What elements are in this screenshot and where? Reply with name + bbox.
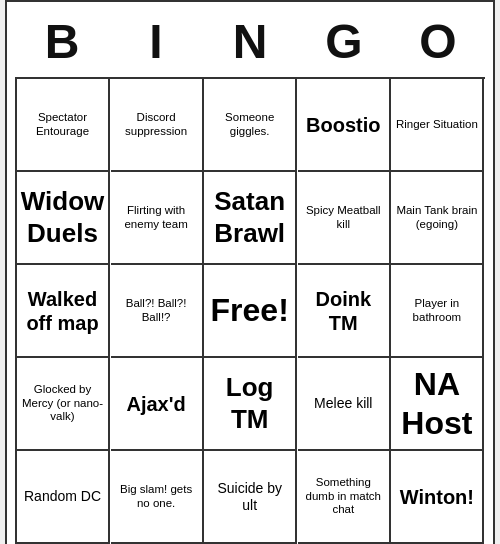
cell-text-1: Discord suppression — [115, 111, 198, 139]
cell-text-10: Walked off map — [21, 287, 104, 335]
bingo-cell-1[interactable]: Discord suppression — [111, 79, 204, 172]
bingo-cell-18[interactable]: Melee kill — [298, 358, 391, 451]
bingo-cell-2[interactable]: Someone giggles. — [204, 79, 297, 172]
bingo-card: BINGO Spectator EntourageDiscord suppres… — [5, 0, 495, 544]
bingo-cell-14[interactable]: Player in bathroom — [391, 265, 484, 358]
bingo-cell-21[interactable]: Big slam! gets no one. — [111, 451, 204, 544]
bingo-cell-9[interactable]: Main Tank brain (egoing) — [391, 172, 484, 265]
cell-text-2: Someone giggles. — [208, 111, 291, 139]
cell-text-14: Player in bathroom — [395, 297, 478, 325]
cell-text-20: Random DC — [24, 488, 101, 505]
bingo-cell-12[interactable]: Free! — [204, 265, 297, 358]
cell-text-9: Main Tank brain (egoing) — [395, 204, 478, 232]
cell-text-4: Ringer Situation — [396, 118, 478, 132]
cell-text-11: Ball?! Ball?! Ball!? — [115, 297, 198, 325]
cell-text-24: Winton! — [400, 485, 474, 509]
bingo-letter-i: I — [112, 14, 200, 69]
bingo-cell-0[interactable]: Spectator Entourage — [17, 79, 110, 172]
bingo-cell-17[interactable]: Log TM — [204, 358, 297, 451]
bingo-letter-n: N — [206, 14, 294, 69]
bingo-cell-20[interactable]: Random DC — [17, 451, 110, 544]
cell-text-0: Spectator Entourage — [21, 111, 104, 139]
cell-text-18: Melee kill — [314, 395, 372, 412]
bingo-cell-4[interactable]: Ringer Situation — [391, 79, 484, 172]
cell-text-15: Glocked by Mercy (or nano-valk) — [21, 383, 104, 424]
cell-text-22: Suicide by ult — [208, 480, 291, 514]
bingo-cell-23[interactable]: Something dumb in match chat — [298, 451, 391, 544]
bingo-grid: Spectator EntourageDiscord suppressionSo… — [15, 77, 485, 544]
cell-text-16: Ajax'd — [126, 392, 185, 416]
bingo-cell-5[interactable]: Widow Duels — [17, 172, 110, 265]
bingo-cell-15[interactable]: Glocked by Mercy (or nano-valk) — [17, 358, 110, 451]
bingo-cell-3[interactable]: Boostio — [298, 79, 391, 172]
bingo-cell-10[interactable]: Walked off map — [17, 265, 110, 358]
cell-text-12: Free! — [211, 291, 289, 329]
cell-text-13: Doink TM — [302, 287, 385, 335]
bingo-letter-b: B — [18, 14, 106, 69]
cell-text-6: Flirting with enemy team — [115, 204, 198, 232]
bingo-cell-7[interactable]: Satan Brawl — [204, 172, 297, 265]
bingo-letter-o: O — [394, 14, 482, 69]
cell-text-5: Widow Duels — [21, 186, 105, 248]
bingo-title: BINGO — [15, 10, 485, 77]
cell-text-7: Satan Brawl — [208, 186, 291, 248]
bingo-cell-8[interactable]: Spicy Meatball kill — [298, 172, 391, 265]
bingo-cell-11[interactable]: Ball?! Ball?! Ball!? — [111, 265, 204, 358]
bingo-cell-24[interactable]: Winton! — [391, 451, 484, 544]
cell-text-19: NA Host — [395, 365, 478, 442]
cell-text-21: Big slam! gets no one. — [115, 483, 198, 511]
bingo-cell-16[interactable]: Ajax'd — [111, 358, 204, 451]
cell-text-23: Something dumb in match chat — [302, 476, 385, 517]
bingo-letter-g: G — [300, 14, 388, 69]
cell-text-8: Spicy Meatball kill — [302, 204, 385, 232]
cell-text-3: Boostio — [306, 113, 380, 137]
cell-text-17: Log TM — [208, 372, 291, 434]
bingo-cell-13[interactable]: Doink TM — [298, 265, 391, 358]
bingo-cell-19[interactable]: NA Host — [391, 358, 484, 451]
bingo-cell-6[interactable]: Flirting with enemy team — [111, 172, 204, 265]
bingo-cell-22[interactable]: Suicide by ult — [204, 451, 297, 544]
